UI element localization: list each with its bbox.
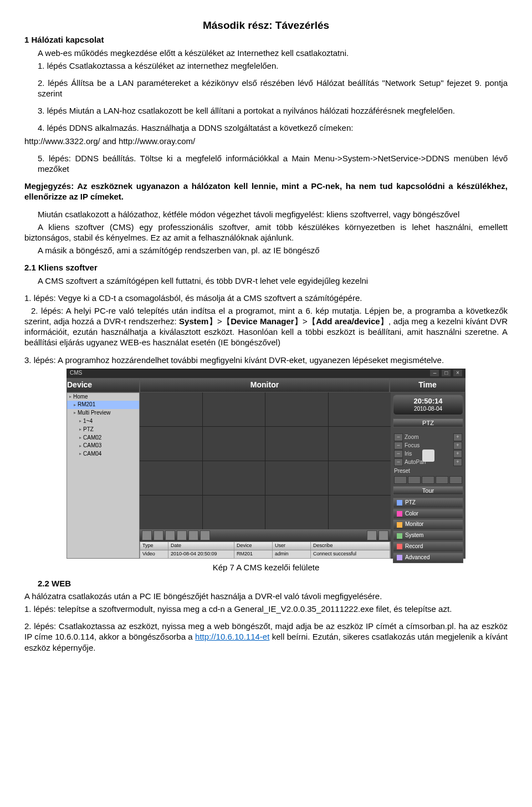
side-panel-advanced[interactable]: Advanced — [393, 553, 463, 563]
video-cell[interactable] — [140, 427, 202, 461]
video-cell[interactable] — [203, 496, 265, 529]
tree-item[interactable]: PTZ — [67, 426, 139, 434]
log-cell-user: admin — [273, 550, 311, 558]
panel-icon — [397, 522, 402, 528]
video-cell[interactable] — [140, 461, 202, 495]
video-cell[interactable] — [329, 461, 391, 495]
video-cell[interactable] — [265, 496, 328, 529]
side-panel-record[interactable]: Record — [393, 542, 463, 552]
after-note-2: A kliens szoftver (CMS) egy professzioná… — [24, 222, 508, 243]
tree-item[interactable]: CAM03 — [67, 442, 139, 450]
section-22-step2: 2. lépés: Csatlakoztassa az eszközt, nyi… — [24, 621, 508, 653]
video-cell[interactable] — [329, 392, 391, 426]
side-panel-monitor[interactable]: Monitor — [393, 519, 463, 530]
cms-side-panels: PTZColorMonitorSystemRecordAdvanced — [393, 497, 463, 563]
video-cell[interactable] — [203, 427, 265, 461]
ptz-slider-row: –Focus+ — [394, 442, 462, 450]
cms-device-tree[interactable]: Home RM201 Multi Preview 1~4 PTZ CAM02 C… — [66, 392, 140, 559]
snapshot-icon[interactable] — [378, 530, 388, 540]
after-note-3: A másik a böngésző, ami a számítógép ren… — [24, 245, 508, 256]
log-row: Video 2010-08-04 20:50:09 RM201 admin Co… — [140, 550, 391, 559]
panel-icon — [397, 511, 402, 517]
panel-icon — [397, 555, 402, 560]
video-cell[interactable] — [329, 496, 391, 529]
panel-icon — [397, 533, 402, 539]
video-cell[interactable] — [203, 392, 265, 426]
fullscreen-icon[interactable] — [367, 530, 377, 540]
video-cell[interactable] — [140, 392, 202, 426]
clock-time: 20:50:14 — [395, 397, 461, 406]
plus-icon[interactable]: + — [453, 442, 462, 450]
step-1: 1. lépés Csatlakoztassa a készüléket az … — [24, 60, 508, 71]
clock-date: 2010-08-04 — [395, 406, 461, 413]
plus-icon[interactable]: + — [453, 458, 462, 466]
preset-buttons[interactable] — [394, 476, 462, 484]
log-cell-type: Video — [140, 550, 168, 558]
tree-item[interactable]: CAM04 — [67, 450, 139, 458]
minimize-icon[interactable]: – — [430, 370, 439, 376]
side-panel-ptz[interactable]: PTZ — [393, 498, 463, 508]
section-1-heading: 1 Hálózati kapcsolat — [24, 34, 508, 45]
video-cell[interactable] — [265, 392, 328, 426]
note: Megjegyzés: Az eszköznek ugyanazon a hál… — [24, 181, 508, 202]
section-21-heading: 2.1 Kliens szoftver — [24, 262, 508, 273]
log-cell-date: 2010-08-04 20:50:09 — [168, 550, 234, 558]
layout-36-icon[interactable] — [200, 530, 210, 540]
log-header-describe: Describe — [311, 542, 390, 550]
log-cell-device: RM201 — [234, 550, 273, 558]
step-4-line1: 4. lépés DDNS alkalmazás. Használhatja a… — [24, 122, 508, 133]
video-cell[interactable] — [265, 461, 328, 495]
video-cell[interactable] — [329, 427, 391, 461]
tree-item[interactable]: Home — [67, 393, 139, 401]
tour-label[interactable]: Tour — [393, 486, 463, 495]
s21-step2-sep1: 】>【 — [208, 316, 231, 326]
layout-16-icon[interactable] — [177, 530, 187, 540]
cms-video-grid[interactable] — [140, 392, 391, 530]
section-21-step3: 3. lépés: A programhoz hozzárendelhet to… — [24, 355, 508, 365]
tree-item[interactable]: 1~4 — [67, 417, 139, 426]
log-header-device: Device — [234, 542, 273, 550]
s21-step2-bold-system: System — [179, 316, 208, 326]
layout-1-icon[interactable] — [142, 530, 152, 540]
section-22-line1: A hálózatra csatlakozás után a PC IE bön… — [24, 591, 508, 601]
video-cell[interactable] — [203, 461, 265, 495]
section-22-step1: 1. lépés: telepítse a szoftvermodult, ny… — [24, 604, 508, 614]
layout-25-icon[interactable] — [188, 530, 198, 540]
plus-icon[interactable]: + — [453, 450, 462, 458]
side-panel-system[interactable]: System — [393, 530, 463, 541]
section-21-intro: A CMS szoftvert a számítógépen kell futt… — [24, 275, 508, 286]
panel-icon — [397, 544, 402, 549]
minus-icon[interactable]: – — [394, 442, 403, 450]
close-icon[interactable]: × — [453, 370, 462, 376]
log-header-date: Date — [168, 542, 234, 550]
ip-address-link[interactable]: http://10.6.10.114-et — [195, 632, 269, 641]
video-cell[interactable] — [140, 496, 202, 529]
step-5: 5. lépés: DDNS beállítás. Töltse ki a me… — [24, 153, 508, 174]
log-cell-describe: Connect successful — [311, 550, 390, 558]
minus-icon[interactable]: – — [394, 458, 403, 466]
cms-titlebar: CMS – □ × — [66, 369, 466, 378]
step-4-text-a: 4. lépés DDNS alkalmazás. Használhatja a… — [38, 123, 353, 132]
cms-layout-toolbar[interactable] — [140, 529, 391, 542]
tree-item[interactable]: RM201 — [67, 401, 139, 409]
plus-icon[interactable]: + — [453, 433, 462, 441]
step-3: 3. lépés Miután a LAN-hoz csatlakozott b… — [24, 105, 508, 116]
minus-icon[interactable]: – — [394, 433, 403, 441]
cms-window-buttons: – □ × — [429, 370, 462, 377]
video-cell[interactable] — [265, 427, 328, 461]
cms-clock: 20:50:14 2010-08-04 — [393, 395, 463, 415]
side-panel-color[interactable]: Color — [393, 509, 463, 519]
cms-header-monitor: Monitor — [140, 378, 390, 392]
layout-4-icon[interactable] — [154, 530, 163, 540]
minus-icon[interactable]: – — [394, 450, 403, 458]
tree-item[interactable]: Multi Preview — [67, 409, 139, 417]
tree-item[interactable]: CAM02 — [67, 434, 139, 442]
layout-9-icon[interactable] — [165, 530, 175, 540]
ptz-slider-row: –Zoom+ — [394, 433, 462, 441]
s21-step2-bold-add: Add area/device — [316, 316, 380, 326]
s21-step2-bold-devmgr: Device Manager — [231, 316, 294, 326]
s21-step2-sep2: 】>【 — [294, 316, 316, 326]
figure-caption: Kép 7 A CMS kezelői felülete — [24, 562, 508, 573]
maximize-icon[interactable]: □ — [442, 370, 451, 376]
log-header-user: User — [273, 542, 311, 550]
